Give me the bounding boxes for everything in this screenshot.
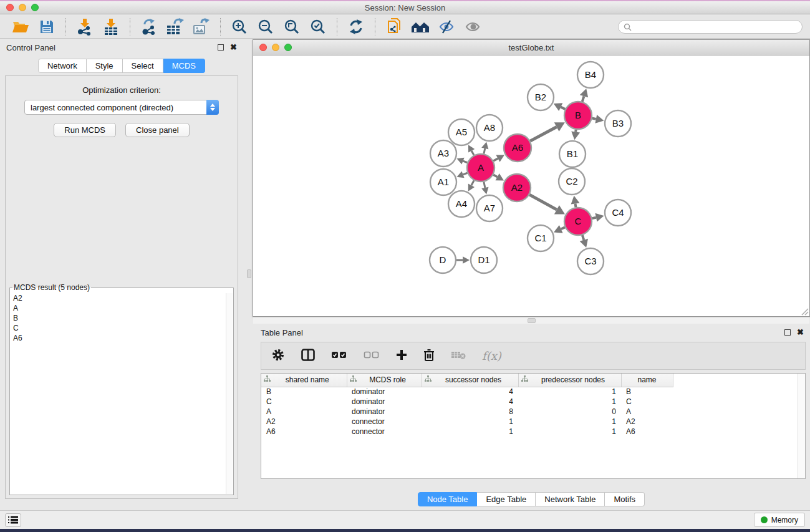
network-window-titlebar[interactable]: testGlobe.txt <box>253 40 809 56</box>
table-cell: 1 <box>518 397 621 407</box>
tab-network[interactable]: Network <box>38 59 87 73</box>
close-panel-icon[interactable]: ✖ <box>797 329 804 336</box>
hide-panel-icon[interactable] <box>436 17 456 36</box>
network-canvas[interactable]: B4B2BB3A8A5A6A3B1AA1C2A2A4A7C4CC1C3DD1 <box>254 56 809 316</box>
delete-table-icon[interactable] <box>451 350 466 362</box>
export-image-icon[interactable] <box>191 17 211 36</box>
float-panel-icon[interactable] <box>218 44 224 51</box>
edge-B-B3[interactable] <box>592 118 596 119</box>
table-row[interactable]: A2connector11A2 <box>261 417 673 427</box>
table-settings-gear-icon[interactable] <box>271 348 285 364</box>
float-panel-icon[interactable] <box>784 329 791 336</box>
scrollbar-thumb[interactable] <box>528 318 536 323</box>
flatten-hierarchy-icon <box>521 375 528 384</box>
table-row[interactable]: A6connector11A6 <box>261 427 673 437</box>
memory-button[interactable]: Memory <box>754 513 805 527</box>
toolbar-separator <box>337 18 337 36</box>
show-panel-icon[interactable] <box>463 17 483 36</box>
show-columns-icon[interactable] <box>301 349 315 363</box>
edge-B-B4[interactable] <box>582 96 584 102</box>
edge-A-A1[interactable] <box>463 173 468 175</box>
edge-C-C4[interactable] <box>592 218 595 218</box>
resize-grip[interactable] <box>801 307 809 316</box>
zoom-fit-icon[interactable] <box>282 17 302 36</box>
node-label-C2: C2 <box>566 176 577 186</box>
open-file-icon[interactable] <box>11 17 31 36</box>
import-network-icon[interactable] <box>75 17 95 36</box>
mcds-result-item[interactable]: A2 <box>11 293 225 303</box>
tab-motifs[interactable]: Motifs <box>605 492 645 506</box>
mcds-result-item[interactable]: C <box>11 323 225 333</box>
function-builder-icon[interactable]: f(x) <box>482 349 501 362</box>
network-horizontal-scrollbar[interactable] <box>253 317 809 324</box>
column-header[interactable]: successor nodes <box>422 374 518 387</box>
create-column-icon[interactable] <box>396 349 407 362</box>
unselect-all-columns-icon[interactable] <box>364 351 380 361</box>
edge-C-C1[interactable] <box>561 227 565 229</box>
node-label-B: B <box>575 110 581 120</box>
node-label-A6: A6 <box>512 142 523 153</box>
column-header[interactable]: shared name <box>261 374 347 387</box>
table-row[interactable]: Adominator80A <box>261 407 673 417</box>
mcds-tab-content: Optimization criterion: largest connecte… <box>5 75 238 499</box>
zoom-in-icon[interactable] <box>229 17 249 36</box>
edge-C-C3[interactable] <box>582 235 584 240</box>
edge-C-C2[interactable] <box>576 203 576 207</box>
tab-style[interactable]: Style <box>87 59 123 73</box>
tab-network-table[interactable]: Network Table <box>536 492 605 506</box>
edge-A-A2[interactable] <box>493 175 497 177</box>
save-session-icon[interactable] <box>37 17 57 36</box>
edge-A-A8[interactable] <box>484 148 485 154</box>
tab-edge-table[interactable]: Edge Table <box>477 492 536 506</box>
column-header[interactable]: MCDS role <box>347 374 422 387</box>
refresh-icon[interactable] <box>346 17 366 36</box>
table-row[interactable]: Cdominator41C <box>261 397 673 407</box>
edge-A-A4[interactable] <box>471 180 474 185</box>
edge-A-A6[interactable] <box>493 158 498 161</box>
mcds-result-item[interactable]: B <box>11 313 225 323</box>
show-all-networks-icon[interactable] <box>410 17 430 36</box>
run-mcds-button[interactable]: Run MCDS <box>54 123 116 137</box>
edge-A6-B[interactable] <box>530 127 556 141</box>
tab-select[interactable]: Select <box>123 59 163 73</box>
divider-scroll-thumb[interactable] <box>247 269 251 278</box>
table-row[interactable]: Bdominator41B <box>261 387 673 397</box>
select-all-columns-icon[interactable] <box>331 351 347 361</box>
criterion-dropdown[interactable]: largest connected component (directed) <box>24 100 219 115</box>
edge-A-A5[interactable] <box>471 151 474 155</box>
optimization-criterion-label: Optimization criterion: <box>6 85 238 95</box>
edge-A-A7[interactable] <box>484 181 485 187</box>
edge-A-A3[interactable] <box>463 161 468 163</box>
clone-network-icon[interactable] <box>384 17 404 36</box>
table-cell: 1 <box>422 417 518 427</box>
export-table-icon[interactable] <box>165 17 185 36</box>
edge-arrowhead <box>571 131 580 140</box>
mcds-result-item[interactable]: A6 <box>11 333 225 343</box>
table-cell: A <box>621 407 673 417</box>
tab-mcds[interactable]: MCDS <box>163 59 205 73</box>
close-panel-icon[interactable]: ✖ <box>230 44 237 51</box>
task-history-button[interactable] <box>5 513 21 527</box>
close-panel-button[interactable]: Close panel <box>125 123 190 137</box>
mcds-result-item[interactable]: A <box>11 303 225 313</box>
toolbar-separator <box>375 18 375 36</box>
main-toolbar <box>0 16 810 39</box>
table-vertical-scrollbar[interactable] <box>798 374 805 478</box>
search-input[interactable] <box>618 20 803 34</box>
column-header[interactable]: predecessor nodes <box>518 374 621 387</box>
edge-A2-C[interactable] <box>529 195 557 210</box>
zoom-out-icon[interactable] <box>256 17 276 36</box>
delete-column-icon[interactable] <box>423 349 435 363</box>
table-panel-title: Table Panel <box>261 328 303 337</box>
edge-B-B1[interactable] <box>576 130 576 132</box>
edge-B-B2[interactable] <box>561 107 565 109</box>
column-header[interactable]: name <box>621 374 673 387</box>
export-network-icon[interactable] <box>139 17 159 36</box>
tab-node-table[interactable]: Node Table <box>418 492 478 506</box>
toolbar-separator <box>220 18 221 36</box>
table-cell: dominator <box>347 387 422 397</box>
mcds-result-scrollbar[interactable] <box>226 293 233 494</box>
node-label-A2: A2 <box>511 182 523 193</box>
import-table-icon[interactable] <box>101 17 121 36</box>
zoom-selected-icon[interactable] <box>308 17 328 36</box>
